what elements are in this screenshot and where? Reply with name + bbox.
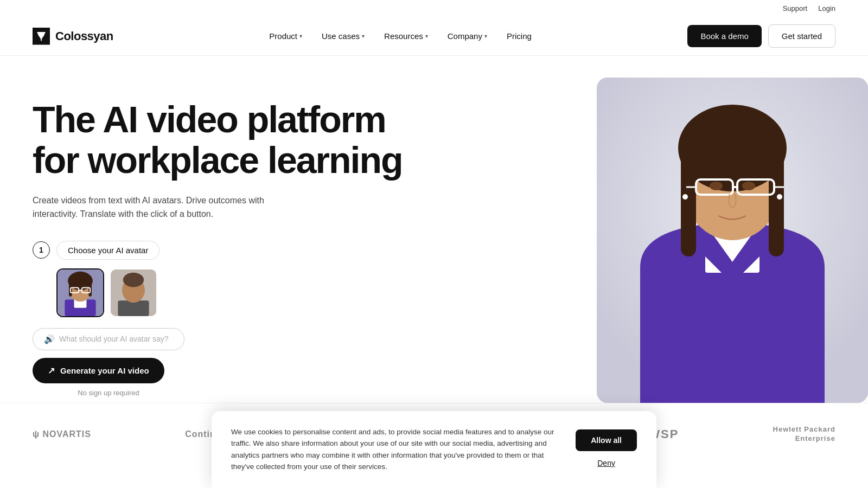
step-1-label: Choose your AI avatar	[56, 241, 159, 260]
input-placeholder: What should your AI avatar say?	[59, 335, 169, 343]
svg-point-28	[742, 182, 755, 190]
svg-point-34	[682, 194, 688, 200]
brand-novartis: ψ NOVARTIS	[33, 429, 91, 439]
svg-rect-25	[681, 148, 696, 256]
step-1-number: 1	[33, 241, 50, 259]
nav-resources[interactable]: Resources ▾	[376, 27, 436, 45]
logo-icon	[33, 28, 50, 45]
main-nav: Colossyan Product ▾ Use cases ▾ Resource…	[0, 17, 868, 56]
nav-company[interactable]: Company ▾	[440, 27, 495, 45]
chevron-down-icon: ▾	[425, 33, 428, 39]
hero-subtitle: Create videos from text with AI avatars.…	[33, 194, 271, 221]
avatar-selection	[56, 268, 456, 317]
nav-ctas: Book a demo Get started	[687, 24, 835, 48]
generate-video-button[interactable]: ↗ Generate your AI video	[33, 358, 164, 383]
avatar-man-card[interactable]	[110, 268, 157, 317]
sound-icon: 🔊	[44, 334, 55, 344]
avatar-woman-card[interactable]	[56, 268, 104, 317]
chevron-down-icon: ▾	[484, 33, 487, 39]
cookie-actions: Allow all Deny	[576, 429, 637, 470]
support-link[interactable]: Support	[783, 4, 808, 12]
avatar-woman-image	[58, 269, 103, 316]
nav-use-cases[interactable]: Use cases ▾	[314, 27, 372, 45]
login-link[interactable]: Login	[818, 4, 835, 12]
nav-links: Product ▾ Use cases ▾ Resources ▾ Compan…	[261, 27, 539, 45]
chevron-down-icon: ▾	[299, 33, 302, 39]
cookie-banner: We use cookies to personalise content an…	[212, 411, 656, 488]
deny-button[interactable]: Deny	[595, 457, 617, 470]
svg-point-35	[777, 194, 782, 200]
hero-content: The AI video platform for workplace lear…	[33, 88, 456, 397]
avatar-man-image	[111, 269, 156, 316]
allow-all-button[interactable]: Allow all	[576, 429, 637, 451]
svg-rect-0	[34, 29, 49, 44]
svg-rect-15	[118, 300, 149, 316]
avatar-say-input[interactable]: 🔊 What should your AI avatar say?	[33, 328, 184, 350]
chevron-down-icon: ▾	[362, 33, 365, 39]
brand-hpe: Hewlett PackardEnterprise	[773, 425, 835, 444]
no-signup-label: No sign up required	[33, 389, 184, 397]
get-started-button[interactable]: Get started	[768, 24, 835, 48]
svg-point-27	[710, 182, 723, 190]
hero-section: The AI video platform for workplace lear…	[0, 56, 868, 403]
hero-image-area	[456, 88, 835, 403]
step-1-row: 1 Choose your AI avatar	[33, 241, 456, 260]
cookie-text: We use cookies to personalise content an…	[231, 426, 563, 473]
hero-avatar-display	[597, 78, 868, 403]
logo[interactable]: Colossyan	[33, 28, 113, 45]
hero-title: The AI video platform for workplace lear…	[33, 99, 456, 181]
logo-text: Colossyan	[55, 29, 113, 43]
nav-product[interactable]: Product ▾	[261, 27, 310, 45]
nav-pricing[interactable]: Pricing	[499, 27, 539, 45]
svg-point-18	[123, 273, 144, 287]
generate-icon: ↗	[48, 365, 55, 376]
svg-rect-26	[769, 148, 784, 256]
avatar-text-input-row: 🔊 What should your AI avatar say?	[33, 328, 456, 350]
book-demo-button[interactable]: Book a demo	[687, 25, 761, 47]
